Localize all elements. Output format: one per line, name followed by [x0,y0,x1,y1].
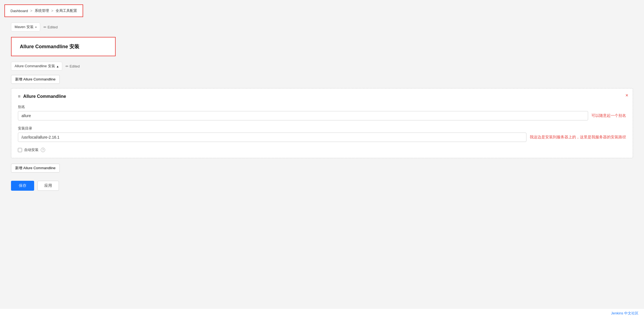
install-dir-label: 安装目录 [18,126,626,131]
auto-install-help-icon[interactable]: ? [41,148,45,152]
breadcrumb-global-tools: 全局工具配置 [56,8,77,13]
breadcrumb-dashboard[interactable]: Dashboard [10,9,28,13]
breadcrumb: Dashboard > 系统管理 > 全局工具配置 [4,4,83,17]
action-bar: 保存 应用 [11,181,633,191]
maven-edited-badge: ✏ Edited [44,25,58,29]
allure-tab-chevron-icon: ▴ [57,64,59,68]
add-allure-commandline-bottom-button[interactable]: 新增 Allure Commandline [11,164,60,173]
add-allure-commandline-top-button[interactable]: 新增 Allure Commandline [11,75,60,84]
alias-field-group: 别名 可以随意起一个别名 [18,104,626,120]
section-title-box: Allure Commandline 安装 [11,37,116,56]
alias-input[interactable] [18,111,588,120]
allure-tab-dropdown[interactable]: Allure Commandline 安装 ▴ [11,62,62,71]
install-dir-input[interactable] [18,133,526,142]
install-dir-form-row: 我这边是安装到服务器上的，这里是我服务器的安装路径 [18,133,626,142]
auto-install-checkbox[interactable] [18,148,22,152]
breadcrumb-system-management[interactable]: 系统管理 [35,8,49,13]
maven-edited-label: Edited [48,25,58,29]
tool-card-header: ≡ Allure Commandline [18,94,626,99]
install-dir-annotation: 我这边是安装到服务器上的，这里是我服务器的安装路径 [530,135,626,140]
alias-label: 别名 [18,104,626,109]
drag-handle-icon[interactable]: ≡ [18,94,20,99]
alias-form-row: 可以随意起一个别名 [18,111,626,120]
maven-tab-bar: Maven 安装 ▾ ✏ Edited [11,23,633,31]
breadcrumb-sep-1: > [30,9,32,13]
footer: Jenkins 中文社区 [0,308,644,318]
allure-edited-label: Edited [70,64,80,68]
save-button[interactable]: 保存 [11,181,34,191]
auto-install-row: 自动安装 ? [18,147,626,152]
breadcrumb-sep-2: > [51,9,53,13]
pencil-icon: ✏ [44,25,47,29]
tool-card-title: Allure Commandline [23,94,66,99]
allure-tab-bar: Allure Commandline 安装 ▴ ✏ Edited [11,62,633,71]
maven-tab-label: Maven 安装 [15,25,34,29]
apply-button[interactable]: 应用 [37,181,59,191]
auto-install-label: 自动安装 [24,147,39,152]
allure-pencil-icon: ✏ [66,64,69,68]
close-card-button[interactable]: × [625,93,628,98]
alias-annotation: 可以随意起一个别名 [591,113,626,118]
install-dir-field-group: 安装目录 我这边是安装到服务器上的，这里是我服务器的安装路径 [18,126,626,142]
allure-edited-badge: ✏ Edited [66,64,80,68]
section-title: Allure Commandline 安装 [20,43,79,50]
footer-text: Jenkins 中文社区 [611,311,638,315]
main-content: Maven 安装 ▾ ✏ Edited Allure Commandline 安… [0,17,644,318]
maven-chevron-down-icon: ▾ [35,26,37,29]
allure-tab-label: Allure Commandline 安装 [15,64,55,69]
maven-tab-dropdown[interactable]: Maven 安装 ▾ [11,23,40,31]
allure-commandline-card: × ≡ Allure Commandline 别名 可以随意起一个别名 安装目录… [11,88,633,158]
